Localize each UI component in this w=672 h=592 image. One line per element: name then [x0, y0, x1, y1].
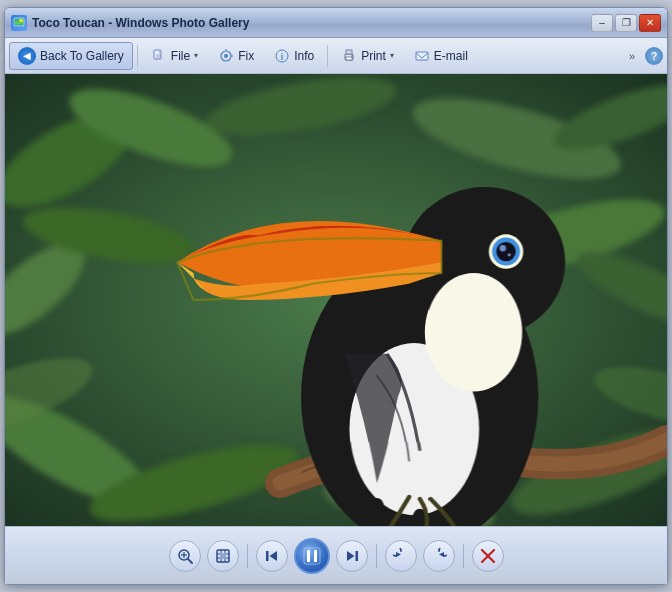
file-chevron-icon: ▾ [194, 51, 198, 60]
ctrl-separator-1 [247, 544, 248, 568]
svg-point-14 [351, 55, 352, 56]
email-button[interactable]: E-mail [405, 42, 477, 70]
svg-rect-60 [355, 551, 358, 561]
svg-marker-56 [269, 551, 277, 561]
svg-point-36 [496, 242, 515, 261]
svg-rect-13 [346, 57, 352, 60]
file-icon [151, 48, 167, 64]
print-button[interactable]: Print ▾ [332, 42, 403, 70]
fix-button[interactable]: Fix [209, 42, 263, 70]
svg-marker-61 [347, 551, 355, 561]
rotate-left-button[interactable] [385, 540, 417, 572]
titlebar: Toco Toucan - Windows Photo Gallery – ❐ … [5, 8, 667, 38]
svg-rect-15 [416, 52, 428, 60]
actual-size-button[interactable] [207, 540, 239, 572]
svg-marker-63 [439, 552, 444, 557]
svg-text:i: i [281, 52, 284, 62]
app-icon [11, 15, 27, 31]
delete-button[interactable] [472, 540, 504, 572]
photo-display [5, 74, 667, 526]
toolbar: ◀ Back To Gallery File ▾ [5, 38, 667, 74]
svg-rect-58 [307, 550, 310, 562]
svg-point-6 [224, 54, 228, 58]
svg-rect-57 [304, 548, 320, 564]
svg-rect-12 [346, 50, 352, 54]
separator-1 [137, 45, 138, 67]
svg-point-33 [425, 273, 522, 391]
restore-button[interactable]: ❐ [615, 14, 637, 32]
main-window: Toco Toucan - Windows Photo Gallery – ❐ … [4, 7, 668, 585]
email-icon [414, 48, 430, 64]
minimize-button[interactable]: – [591, 14, 613, 32]
info-icon: i [274, 48, 290, 64]
zoom-button[interactable] [169, 540, 201, 572]
svg-line-42 [188, 559, 192, 563]
file-button[interactable]: File ▾ [142, 42, 207, 70]
back-arrow-icon: ◀ [18, 47, 36, 65]
close-button[interactable]: ✕ [639, 14, 661, 32]
play-slideshow-button[interactable] [294, 538, 330, 574]
next-button[interactable] [336, 540, 368, 572]
titlebar-buttons: – ❐ ✕ [591, 14, 661, 32]
window-title: Toco Toucan - Windows Photo Gallery [32, 16, 591, 30]
back-to-gallery-button[interactable]: ◀ Back To Gallery [9, 42, 133, 70]
svg-point-38 [508, 253, 511, 256]
photo-image [5, 74, 667, 526]
info-button[interactable]: i Info [265, 42, 323, 70]
toolbar-overflow-button[interactable]: » [623, 42, 641, 70]
svg-rect-55 [266, 551, 269, 561]
ctrl-separator-2 [376, 544, 377, 568]
svg-point-37 [500, 245, 506, 251]
previous-button[interactable] [256, 540, 288, 572]
help-button[interactable]: ? [645, 47, 663, 65]
svg-marker-62 [396, 552, 401, 557]
print-chevron-icon: ▾ [390, 51, 394, 60]
print-icon [341, 48, 357, 64]
controls-bar [5, 526, 667, 584]
rotate-right-button[interactable] [423, 540, 455, 572]
fix-icon [218, 48, 234, 64]
svg-rect-59 [314, 550, 317, 562]
separator-2 [327, 45, 328, 67]
ctrl-separator-3 [463, 544, 464, 568]
svg-rect-46 [220, 553, 226, 559]
